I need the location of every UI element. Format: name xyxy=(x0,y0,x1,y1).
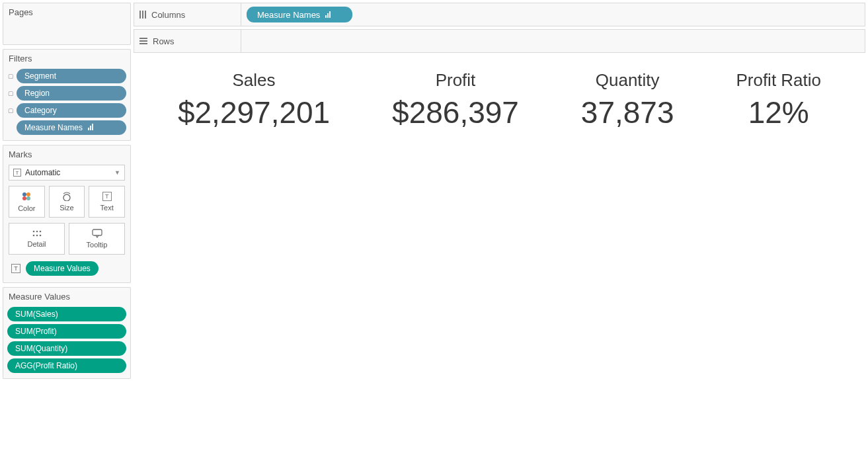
pill-label: Category xyxy=(24,106,57,115)
marks-btn-label: Size xyxy=(59,204,73,212)
marks-tooltip-button[interactable]: Tooltip xyxy=(69,223,125,255)
pill-label: SUM(Quantity) xyxy=(15,344,67,353)
rows-label-cell: Rows xyxy=(134,30,241,52)
chevron-down-icon: ▼ xyxy=(114,169,120,176)
metric-quantity: Quantity 37,873 xyxy=(581,70,674,130)
svg-rect-11 xyxy=(93,229,102,235)
sort-icon xyxy=(325,10,331,20)
pill-label: Measure Names xyxy=(257,10,320,20)
svg-point-7 xyxy=(39,231,41,233)
svg-point-1 xyxy=(26,192,30,196)
svg-point-8 xyxy=(32,235,34,237)
svg-point-0 xyxy=(22,192,26,196)
svg-point-2 xyxy=(22,196,26,200)
pill-label: Segment xyxy=(24,71,56,81)
expand-icon[interactable]: ▢ xyxy=(7,90,14,97)
marks-text-button[interactable]: T Text xyxy=(89,186,125,218)
marks-measure-values-pill[interactable]: Measure Values xyxy=(26,261,99,276)
app-root: Pages Filters ▢ Segment ▢ Region xyxy=(0,0,868,455)
marks-btn-label: Detail xyxy=(27,240,46,248)
metric-title: Quantity xyxy=(581,70,674,91)
metric-title: Profit xyxy=(392,70,519,91)
pill-label: Measure Values xyxy=(34,264,91,273)
pill-label: SUM(Profit) xyxy=(15,327,57,336)
metric-value: $286,397 xyxy=(392,95,519,130)
marks-btn-label: Tooltip xyxy=(87,241,108,249)
mv-pill-quantity[interactable]: SUM(Quantity) xyxy=(7,341,126,356)
main-area: Columns Measure Names Rows Sales $ xyxy=(134,0,868,455)
filter-pill-segment[interactable]: Segment xyxy=(17,69,126,83)
marks-color-button[interactable]: Color xyxy=(9,186,45,218)
marks-size-button[interactable]: Size xyxy=(49,186,85,218)
color-icon xyxy=(21,191,32,202)
filters-title: Filters xyxy=(3,50,130,66)
filters-shelf: Filters ▢ Segment ▢ Region ▢ xyxy=(3,49,131,141)
rows-content[interactable] xyxy=(241,30,865,52)
metric-profit: Profit $286,397 xyxy=(392,70,519,130)
metric-sales: Sales $2,297,201 xyxy=(178,70,330,130)
tooltip-icon xyxy=(92,229,102,238)
svg-point-6 xyxy=(36,231,38,233)
columns-label: Columns xyxy=(151,10,185,20)
columns-pill-measure-names[interactable]: Measure Names xyxy=(247,7,352,22)
svg-point-5 xyxy=(32,231,34,233)
mv-pill-profit-ratio[interactable]: AGG(Profit Ratio) xyxy=(7,358,126,373)
visualization-canvas[interactable]: Sales $2,297,201 Profit $286,397 Quantit… xyxy=(134,57,865,452)
marks-card: Marks T Automatic ▼ Color xyxy=(3,145,131,283)
columns-label-cell: Columns xyxy=(134,3,241,26)
marks-type-select[interactable]: T Automatic ▼ xyxy=(9,165,125,181)
pill-label: SUM(Sales) xyxy=(15,310,58,319)
svg-point-10 xyxy=(39,235,41,237)
filter-row-region: ▢ Region xyxy=(7,86,126,101)
columns-shelf[interactable]: Columns Measure Names xyxy=(134,3,865,26)
measure-values-shelf: Measure Values SUM(Sales) SUM(Profit) SU… xyxy=(3,287,131,379)
filter-row-measure-names: ▢ Measure Names xyxy=(7,120,126,135)
rows-label: Rows xyxy=(153,36,175,46)
sort-icon xyxy=(88,123,93,132)
size-icon xyxy=(61,192,73,201)
pill-label: AGG(Profit Ratio) xyxy=(15,361,77,370)
svg-point-9 xyxy=(36,235,38,237)
columns-content[interactable]: Measure Names xyxy=(241,3,865,26)
rows-shelf[interactable]: Rows xyxy=(134,29,865,53)
columns-icon xyxy=(139,11,146,19)
marks-title: Marks xyxy=(3,145,130,162)
filter-row-segment: ▢ Segment xyxy=(7,69,126,83)
marks-buttons-row1: Color Size T Text xyxy=(9,186,125,218)
pill-label: Region xyxy=(24,89,50,98)
text-mark-icon: T xyxy=(13,169,21,177)
svg-point-4 xyxy=(63,194,70,201)
filter-pill-measure-names[interactable]: Measure Names xyxy=(17,120,126,135)
marks-buttons-row2: Detail Tooltip xyxy=(9,223,125,255)
mv-pill-profit[interactable]: SUM(Profit) xyxy=(7,324,126,339)
marks-btn-label: Text xyxy=(100,204,114,212)
detail-icon xyxy=(32,229,42,237)
text-mark-icon: T xyxy=(11,264,20,273)
sidebar: Pages Filters ▢ Segment ▢ Region xyxy=(0,0,134,455)
marks-body: T Automatic ▼ Color xyxy=(3,162,130,282)
metric-value: 37,873 xyxy=(581,95,674,130)
marks-detail-button[interactable]: Detail xyxy=(9,223,65,255)
filters-body: ▢ Segment ▢ Region ▢ Category xyxy=(3,66,130,140)
metric-value: 12% xyxy=(736,95,821,130)
svg-point-3 xyxy=(26,196,30,200)
measure-values-body: SUM(Sales) SUM(Profit) SUM(Quantity) AGG… xyxy=(3,304,130,378)
pill-label: Measure Names xyxy=(24,123,83,132)
measure-values-title: Measure Values xyxy=(3,288,130,304)
filter-row-category: ▢ Category xyxy=(7,103,126,118)
metric-title: Profit Ratio xyxy=(736,70,821,91)
expand-icon[interactable]: ▢ xyxy=(7,107,14,114)
marks-text-encoding: T Measure Values xyxy=(9,261,125,276)
metric-title: Sales xyxy=(178,70,330,91)
text-icon: T xyxy=(102,192,112,201)
pages-title: Pages xyxy=(3,3,130,20)
marks-btn-label: Color xyxy=(18,204,35,212)
metric-profit-ratio: Profit Ratio 12% xyxy=(736,70,821,130)
rows-icon xyxy=(139,38,147,44)
mv-pill-sales[interactable]: SUM(Sales) xyxy=(7,307,126,321)
filter-pill-category[interactable]: Category xyxy=(17,103,126,118)
filter-pill-region[interactable]: Region xyxy=(17,86,126,101)
marks-type-label: Automatic xyxy=(25,168,60,177)
expand-icon[interactable]: ▢ xyxy=(7,73,14,79)
pages-shelf[interactable]: Pages xyxy=(3,3,131,45)
